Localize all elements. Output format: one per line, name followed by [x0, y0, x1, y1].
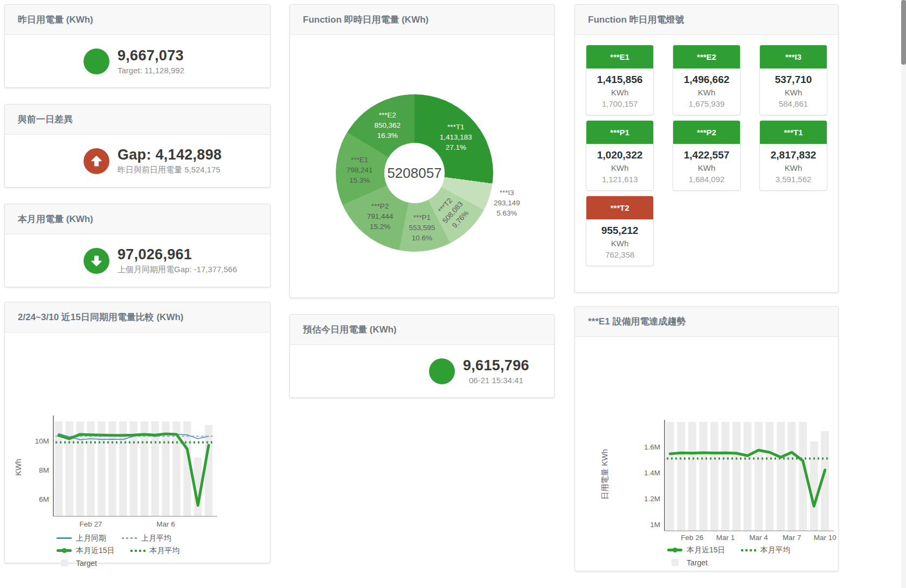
svg-text:日用電量 KWh: 日用電量 KWh	[600, 449, 609, 499]
tile-body: 955,212KWh762,358	[586, 219, 653, 266]
tile-label: ***P2	[673, 121, 740, 144]
legend-item-bar[interactable]: Target	[56, 559, 97, 568]
tile-value: 2,817,832	[760, 149, 827, 161]
lamp-tile-I3[interactable]: ***I3537,710KWh584,861	[759, 45, 827, 115]
legend-item-line-thick[interactable]: 本月近15日	[56, 546, 115, 556]
svg-text:8M: 8M	[39, 466, 49, 474]
compare-line-chart[interactable]: 6M8M10MFeb 27Mar 6KWh	[5, 333, 270, 533]
lamp-tile-E1[interactable]: ***E11,415,856KWh1,700,157	[586, 45, 654, 115]
scrollbar-track[interactable]	[901, 0, 906, 588]
svg-text:1.6M: 1.6M	[644, 443, 660, 451]
panel-title: 預估今日用電量 (KWh)	[303, 323, 397, 336]
stat-subtitle: 上個月同期用電Gap: -17,377,566	[117, 265, 237, 275]
legend-square-icon	[667, 559, 683, 566]
legend-row: 本月近15日本月平均	[56, 545, 180, 556]
donut-slice-label-T2: ***T2508,0839.76%	[433, 192, 473, 232]
legend-item-line[interactable]: 上月同期	[56, 534, 106, 543]
tile-unit: KWh	[673, 163, 740, 172]
panel-title: 昨日用電量 (KWh)	[18, 13, 93, 26]
panel-e1-trend-chart: ***E1 設備用電達成趨勢 1M1.2M1.4M1.6MFeb 26Mar 1…	[575, 306, 839, 571]
svg-text:1M: 1M	[650, 521, 660, 529]
legend-item-dotted[interactable]: 本月平均	[130, 546, 180, 556]
tile-label: ***I3	[760, 45, 827, 68]
panel-today-estimate: 預估今日用電量 (KWh) 9,615,796 06-21 15:34:41	[289, 314, 555, 398]
legend-dashed-line-icon	[121, 535, 137, 542]
tile-label: ***P1	[586, 121, 653, 144]
status-circle-green	[84, 248, 109, 274]
panel-15day-compare-chart: 2/24~3/10 近15日同期用電量比較 (KWh) 6M8M10MFeb 2…	[4, 302, 271, 563]
panel-title: Function 昨日用電燈號	[588, 13, 684, 26]
lamp-tile-T1[interactable]: ***T12,817,832KWh3,591,562	[759, 120, 827, 191]
panel-yesterday-lamp-status: Function 昨日用電燈號 ***E11,415,856KWh1,700,1…	[575, 4, 839, 293]
donut-center-total: 5208057	[387, 165, 441, 182]
donut-slice-label-E2: ***E2850,36216.3%	[375, 110, 401, 141]
stat-subtitle: Target: 11,128,992	[117, 66, 184, 75]
legend-item-line-thick[interactable]: 本月近15日	[667, 545, 725, 555]
svg-text:Mar 4: Mar 4	[749, 534, 768, 542]
svg-text:6M: 6M	[39, 495, 49, 503]
scrollbar-thumb[interactable]	[901, 0, 906, 65]
panel-title: ***E1 設備用電達成趨勢	[588, 315, 686, 328]
panel-header: 與前一日差異	[5, 105, 270, 135]
tile-value: 537,710	[760, 74, 827, 86]
legend-row: 本月近15日本月平均	[667, 544, 791, 556]
tile-value: 1,422,557	[673, 149, 740, 161]
stat-value: 9,667,073	[117, 47, 184, 64]
legend-label: 上月平均	[141, 534, 171, 543]
panel-title: 本月用電量 (KWh)	[18, 213, 93, 225]
panel-month-usage: 本月用電量 (KWh) 97,026,961 上個月同期用電Gap: -17,3…	[4, 204, 271, 287]
arrow-up-icon	[89, 154, 103, 168]
svg-text:1.2M: 1.2M	[644, 495, 660, 503]
compare-chart-legend: 上月同期上月平均本月近15日本月平均Target	[56, 532, 180, 569]
lamp-tile-T2[interactable]: ***T2955,212KWh762,358	[586, 196, 654, 266]
stat-value: 9,615,796	[463, 357, 529, 374]
tile-value: 1,496,662	[673, 74, 740, 86]
legend-item-dashed[interactable]: 上月平均	[121, 534, 171, 543]
lamp-tile-P1[interactable]: ***P11,020,322KWh1,121,613	[586, 120, 654, 191]
tile-label: ***T2	[586, 196, 653, 219]
function-usage-donut-chart[interactable]: 5208057 ***T11,413,18327.1%***I3293,1495…	[336, 94, 493, 252]
panel-title: 2/24~3/10 近15日同期用電量比較 (KWh)	[18, 311, 184, 323]
tile-body: 2,817,832KWh3,591,562	[760, 144, 827, 190]
stat-value: Gap: 4,142,898	[117, 147, 222, 163]
legend-label: Target	[687, 558, 708, 567]
legend-dotted-line-icon	[741, 547, 757, 554]
tile-unit: KWh	[760, 88, 827, 97]
tile-unit: KWh	[586, 239, 653, 248]
tile-target-value: 1,684,092	[673, 175, 740, 184]
lamp-tile-E2[interactable]: ***E21,496,662KWh1,675,939	[673, 45, 741, 115]
tile-target-value: 1,700,157	[586, 99, 653, 108]
legend-label: 上月同期	[76, 534, 106, 543]
legend-dotted-line-icon	[130, 547, 146, 555]
tile-unit: KWh	[760, 163, 827, 172]
svg-text:Mar 7: Mar 7	[783, 534, 801, 542]
legend-row: Target	[56, 557, 180, 569]
legend-item-dotted[interactable]: 本月平均	[741, 545, 791, 555]
tile-body: 1,422,557KWh1,684,092	[673, 144, 740, 190]
tile-body: 1,020,322KWh1,121,613	[586, 144, 653, 190]
donut-slice-label-T1: ***T11,413,18327.1%	[440, 121, 472, 152]
stat-value: 97,026,961	[117, 246, 237, 263]
tile-body: 537,710KWh584,861	[760, 68, 827, 115]
tile-value: 955,212	[586, 225, 653, 237]
stat-timestamp: 06-21 15:34:41	[463, 376, 529, 385]
tile-label: ***E1	[586, 45, 653, 68]
dashboard: 昨日用電量 (KWh) 9,667,073 Target: 11,128,992…	[0, 0, 906, 588]
svg-text:10M: 10M	[35, 437, 49, 445]
panel-realtime-donut: Function 即時日用電量 (KWh) 5208057 ***T11,413…	[289, 4, 555, 298]
donut-slice-label-P2: ***P2791,44415.2%	[367, 200, 393, 231]
legend-label: 本月近15日	[687, 545, 725, 555]
panel-yesterday-usage: 昨日用電量 (KWh) 9,667,073 Target: 11,128,992	[4, 4, 271, 88]
tile-target-value: 1,675,939	[673, 99, 740, 108]
panel-header: 本月用電量 (KWh)	[5, 204, 270, 234]
donut-slice-label-E1: ***E1798,24115.3%	[347, 154, 373, 185]
legend-label: 本月平均	[150, 546, 180, 556]
tile-unit: KWh	[673, 88, 740, 97]
legend-item-bar[interactable]: Target	[667, 558, 708, 567]
tile-unit: KWh	[586, 163, 653, 172]
svg-text:Mar 10: Mar 10	[814, 534, 836, 542]
lamp-tile-P2[interactable]: ***P21,422,557KWh1,684,092	[673, 120, 741, 191]
svg-text:Feb 27: Feb 27	[80, 520, 102, 528]
e1-trend-line-chart[interactable]: 1M1.2M1.4M1.6MFeb 26Mar 1Mar 4Mar 7Mar 1…	[575, 337, 838, 544]
tile-target-value: 3,591,562	[760, 175, 827, 184]
